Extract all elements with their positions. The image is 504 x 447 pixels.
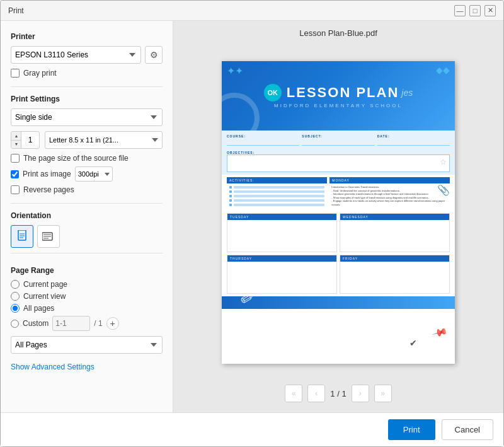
cancel-button[interactable]: Cancel (442, 419, 493, 440)
custom-range-input[interactable] (52, 316, 90, 331)
lp-fields-row: COURSE: SUBJECT: DATE: (222, 131, 455, 148)
lp-tuesday-body (227, 220, 336, 252)
lp-date-field: DATE: (377, 134, 450, 146)
lp-thursday-cell: THURSDAY (227, 255, 337, 294)
lp-act-line-5 (229, 204, 324, 206)
current-view-radio[interactable] (11, 292, 20, 301)
current-page-label[interactable]: Current page (23, 280, 67, 289)
copies-down-button[interactable]: ▼ (11, 141, 21, 149)
copies-arrows: ▲ ▼ (11, 132, 21, 148)
custom-label[interactable]: Custom (23, 319, 49, 328)
lp-friday-cell: FRIDAY (340, 255, 450, 294)
print-as-image-checkbox[interactable] (11, 170, 19, 178)
dpi-select[interactable]: 150dpi 300dpi 600dpi (75, 166, 113, 182)
copies-up-button[interactable]: ▲ (11, 132, 21, 141)
page-size-checkbox[interactable] (11, 154, 20, 163)
footer-bar: Print Cancel (1, 412, 503, 446)
maximize-button[interactable]: □ (469, 5, 481, 16)
lp-friday-header: FRIDAY (340, 255, 449, 262)
lp-activities-lines (227, 183, 327, 211)
custom-radio[interactable] (11, 320, 19, 328)
page-range-label: Page Range (11, 266, 163, 275)
lp-title: LESSON PLAN (287, 84, 399, 101)
lp-thursday-header: THURSDAY (227, 255, 336, 262)
current-page-radio[interactable] (11, 280, 20, 289)
lp-footer: ✏ (222, 296, 455, 309)
lp-friday-body (340, 262, 449, 293)
lp-act-line-2 (229, 190, 324, 193)
reverse-pages-row: Reverse pages (11, 185, 163, 194)
document-title: Lesson Plan-Blue.pdf (299, 28, 377, 38)
reverse-pages-label[interactable]: Reverse pages (23, 185, 74, 194)
lp-course-line (227, 138, 299, 146)
title-bar: Print — □ ✕ (1, 1, 503, 21)
print-dialog: Print — □ ✕ Printer EPSON L3110 Series M… (0, 0, 504, 447)
printer-select[interactable]: EPSON L3110 Series Microsoft Print to PD… (11, 46, 141, 64)
lp-subject-line (302, 138, 374, 146)
print-button[interactable]: Print (388, 419, 435, 440)
print-as-image-label[interactable]: Print as image (23, 170, 71, 178)
gray-print-row: Gray print (11, 69, 163, 78)
lp-monday-text: Introduction to Geometric Transformation… (329, 183, 450, 209)
lp-activities-col: ACTIVITIES: (227, 177, 327, 211)
page-size-label[interactable]: The page size of the source file (23, 154, 129, 163)
current-view-label[interactable]: Current view (23, 292, 66, 301)
lp-tuesday-cell: TUESDAY (227, 213, 337, 252)
printer-settings-button[interactable]: ⚙ (145, 46, 163, 64)
lp-pin-icon: 📌 (432, 324, 449, 340)
custom-add-button[interactable]: + (106, 317, 119, 330)
lp-monday-header: MONDAY (329, 177, 450, 183)
portrait-button[interactable] (11, 225, 33, 248)
reverse-pages-checkbox[interactable] (11, 185, 20, 194)
paper-size-select[interactable]: Letter 8.5 x 11 in (21... A4 8.27 x 11.6… (45, 131, 163, 149)
next-page-button[interactable]: › (352, 385, 369, 402)
portrait-icon (17, 230, 27, 243)
first-page-button[interactable]: « (285, 385, 302, 402)
copies-row: ▲ ▼ Letter 8.5 x 11 in (21... A4 8.27 x … (11, 131, 163, 149)
sides-select[interactable]: Single side Both sides (11, 108, 163, 126)
current-page-row: Current page (11, 280, 163, 289)
minimize-button[interactable]: — (454, 5, 466, 16)
gray-print-checkbox[interactable] (11, 69, 20, 78)
lp-activities-header: ACTIVITIES: (227, 177, 327, 183)
lp-monday-col: MONDAY Introduction to Geometric Transfo… (329, 177, 450, 211)
lp-ok-badge: OK (264, 84, 282, 102)
page-info: 1 / 1 (330, 389, 346, 398)
lp-subtitle: MIDFORD ELEMENTARY SCHOOL (264, 103, 413, 108)
copies-input[interactable] (21, 136, 39, 144)
pagination-bar: « ‹ 1 / 1 › » (183, 380, 493, 405)
lp-swash: jes (401, 88, 413, 98)
lp-subject-field: SUBJECT: (302, 134, 374, 146)
print-as-image-row: Print as image 150dpi 300dpi 600dpi (11, 166, 163, 182)
last-page-button[interactable]: » (374, 385, 392, 402)
lp-date-line (377, 138, 450, 146)
dialog-title: Print (8, 6, 24, 15)
printer-section-label: Printer (11, 32, 163, 41)
lp-decor-topright: ◆◆ (436, 65, 450, 75)
page-size-row: The page size of the source file (11, 154, 163, 163)
gray-print-label[interactable]: Gray print (23, 69, 57, 78)
right-panel: Lesson Plan-Blue.pdf ✦✦ ◆◆ OK LESSO (173, 21, 503, 412)
landscape-button[interactable] (37, 225, 60, 248)
pages-type-select[interactable]: All Pages Odd Pages Even Pages (11, 336, 163, 354)
all-pages-label[interactable]: All pages (23, 304, 54, 313)
all-pages-radio[interactable] (11, 304, 20, 313)
lp-star-icon: ☆ (440, 158, 447, 166)
lp-decor-topleft: ✦✦ (227, 65, 243, 77)
close-button[interactable]: ✕ (484, 5, 496, 16)
lp-header-text: OK LESSON PLAN jes MIDFORD ELEMENTARY SC… (264, 84, 413, 108)
orientation-label: Orientation (11, 211, 163, 220)
lp-arc-decor (222, 93, 260, 131)
lp-objectives: OBJECTIVES: ☆ (222, 148, 455, 175)
page-range-section: Page Range Current page Current view All… (11, 264, 163, 360)
landscape-icon (42, 231, 55, 241)
page-preview: ✦✦ ◆◆ OK LESSON PLAN jes MIDFORD ELEMENT… (222, 61, 455, 364)
print-settings-label: Print Settings (11, 95, 163, 103)
lp-act-line-4 (229, 199, 324, 202)
lp-obj-area: ☆ (227, 154, 450, 172)
prev-page-button[interactable]: ‹ (307, 385, 325, 402)
lp-header: ✦✦ ◆◆ OK LESSON PLAN jes MIDFORD ELEMENT… (222, 61, 455, 131)
all-pages-row: All pages (11, 304, 163, 313)
lp-course-field: COURSE: (227, 134, 299, 146)
advanced-settings-link[interactable]: Show Advanced Settings (11, 363, 163, 371)
